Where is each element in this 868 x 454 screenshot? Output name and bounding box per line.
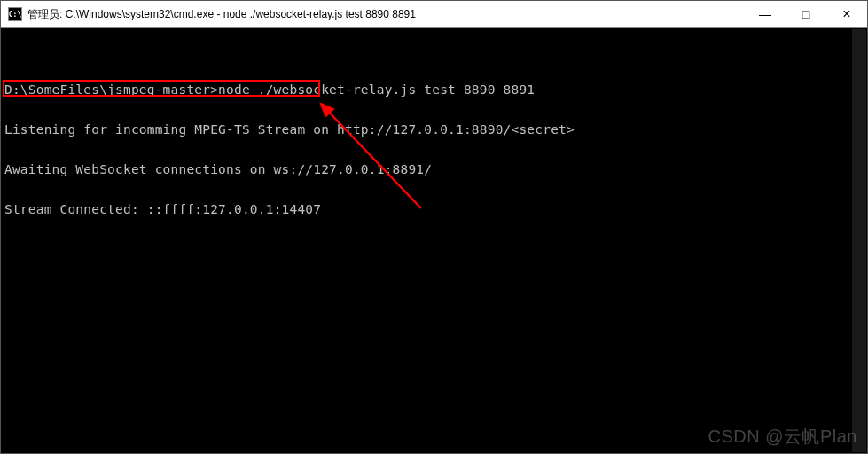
terminal-line: Awaiting WebSocket connections on ws://1…	[4, 163, 864, 176]
titlebar[interactable]: C:\ 管理员: C:\Windows\system32\cmd.exe - n…	[1, 1, 867, 28]
terminal-line: D:\SomeFiles\jsmpeg-master>node ./websoc…	[4, 83, 864, 97]
vertical-scrollbar[interactable]	[852, 29, 866, 452]
window-controls: — □ ×	[745, 1, 867, 27]
minimize-button[interactable]: —	[745, 1, 786, 27]
terminal-line: Listening for incomming MPEG-TS Stream o…	[4, 123, 864, 137]
cmd-icon: C:\	[8, 7, 22, 21]
cmd-window: C:\ 管理员: C:\Windows\system32\cmd.exe - n…	[0, 0, 868, 454]
terminal-area[interactable]: D:\SomeFiles\jsmpeg-master>node ./websoc…	[1, 28, 867, 453]
window-title: 管理员: C:\Windows\system32\cmd.exe - node …	[27, 7, 745, 22]
close-button[interactable]: ×	[826, 1, 867, 27]
terminal-line: Stream Connected: ::ffff:127.0.0.1:14407	[4, 203, 864, 216]
maximize-button[interactable]: □	[786, 1, 826, 27]
